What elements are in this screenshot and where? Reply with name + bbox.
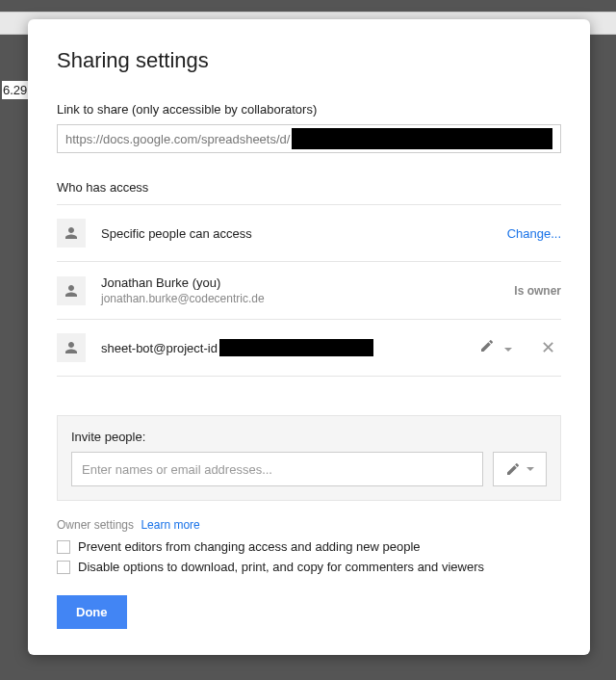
collaborator-email: sheet-bot@project-id (101, 339, 479, 356)
share-link-prefix: https://docs.google.com/spreadsheets/d/ (65, 132, 290, 146)
pencil-icon (479, 338, 495, 353)
access-list: Specific people can access Change... Jon… (57, 204, 561, 377)
share-link-input[interactable]: https://docs.google.com/spreadsheets/d/ (57, 124, 561, 153)
remove-collaborator-button[interactable]: ✕ (535, 337, 561, 358)
people-icon (57, 219, 86, 248)
role-dropdown[interactable] (479, 338, 512, 357)
change-link[interactable]: Change... (507, 226, 561, 241)
owner-settings-label: Owner settings (57, 518, 134, 532)
access-row-visibility: Specific people can access Change... (57, 205, 561, 262)
learn-more-link[interactable]: Learn more (141, 518, 199, 532)
caret-down-icon (526, 467, 534, 471)
invite-input[interactable] (71, 452, 483, 486)
access-row-owner: Jonathan Burke (you) jonathan.burke@code… (57, 262, 561, 320)
checkbox-label: Disable options to download, print, and … (78, 560, 484, 574)
person-icon (57, 276, 86, 305)
owner-role: Is owner (514, 284, 561, 298)
collaborator-email-redacted (219, 339, 373, 356)
modal-title: Sharing settings (57, 48, 561, 73)
person-icon (57, 333, 86, 362)
owner-settings: Owner settings Learn more Prevent editor… (57, 518, 561, 574)
share-link-redacted (292, 128, 552, 149)
visibility-text: Specific people can access (101, 226, 507, 241)
done-button[interactable]: Done (57, 595, 127, 629)
sharing-settings-modal: Sharing settings Link to share (only acc… (28, 19, 590, 655)
owner-email: jonathan.burke@codecentric.de (101, 292, 514, 305)
checkbox-disable-download[interactable] (57, 561, 70, 574)
access-header: Who has access (57, 180, 561, 195)
checkbox-prevent-editors[interactable] (57, 540, 70, 554)
invite-role-dropdown[interactable] (493, 452, 547, 486)
pencil-icon (505, 461, 521, 477)
link-label: Link to share (only accessible by collab… (57, 102, 561, 117)
background-cell-value: 6.29 (2, 81, 28, 99)
caret-down-icon (504, 348, 512, 352)
owner-name: Jonathan Burke (you) (101, 275, 514, 290)
checkbox-label: Prevent editors from changing access and… (78, 539, 421, 554)
invite-label: Invite people: (71, 430, 547, 444)
invite-section: Invite people: (57, 415, 561, 501)
access-row-collaborator: sheet-bot@project-id ✕ (57, 320, 561, 377)
